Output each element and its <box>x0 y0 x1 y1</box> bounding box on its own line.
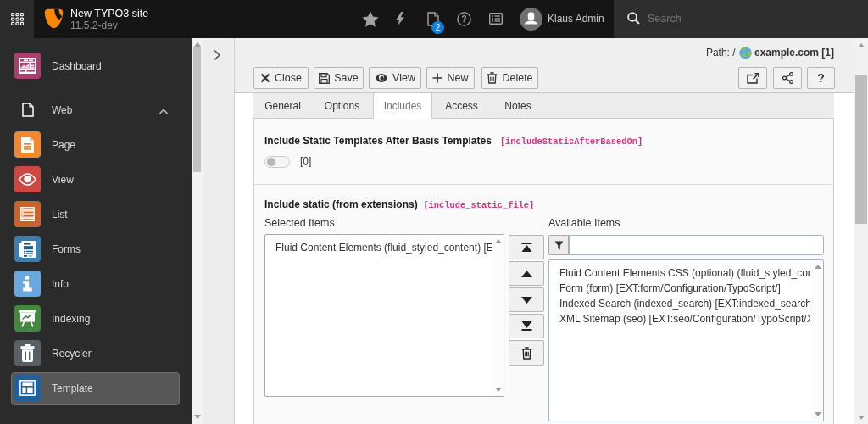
svg-text:?: ? <box>461 14 466 24</box>
